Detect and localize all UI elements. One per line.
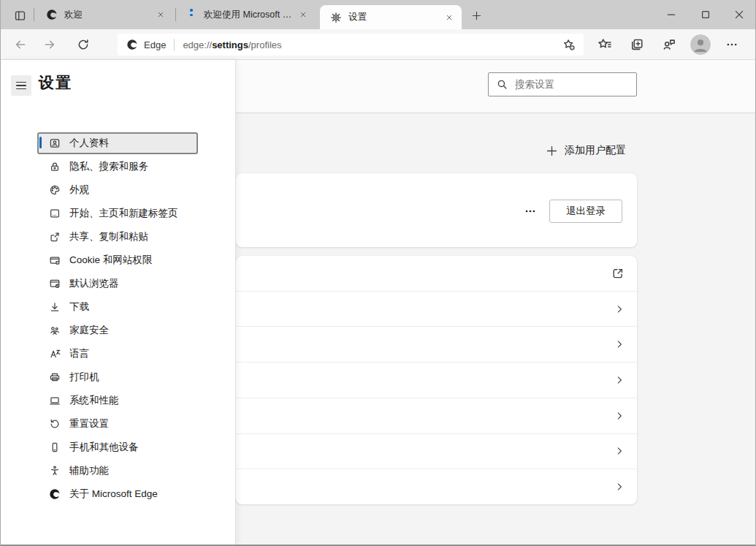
tab-close-icon[interactable] (154, 8, 167, 21)
search-icon (496, 78, 508, 91)
list-row[interactable] (236, 363, 637, 398)
tab-title: 设置 (348, 11, 367, 23)
gear-icon (330, 12, 342, 23)
edge-browser-window: { "tabs": [ { "title": "欢迎" }, { "title"… (0, 0, 756, 546)
sidebar-item-phone-devices[interactable]: 手机和其他设备 (1, 436, 235, 459)
tab-welcome[interactable]: 欢迎 (36, 0, 175, 29)
external-link-icon (611, 267, 625, 280)
url-text: edge://settings/profiles (183, 39, 281, 50)
sidebar-item-reset-settings[interactable]: 重置设置 (1, 412, 235, 436)
sign-out-button[interactable]: 退出登录 (549, 200, 622, 223)
add-profile-button[interactable]: 添加用户配置 (546, 143, 626, 159)
sidebar-item-default-browser[interactable]: 默认浏览器 (1, 272, 235, 295)
back-icon[interactable] (11, 35, 30, 54)
tab-strip: 欢迎 欢迎使用 Microsoft Edg 设置 (1, 0, 755, 29)
favorites-icon[interactable] (595, 35, 614, 54)
tab-title: 欢迎 (64, 9, 83, 21)
person-chat-icon[interactable] (660, 35, 679, 54)
sidebar-item-privacy[interactable]: 隐私、搜索和服务 (1, 155, 235, 178)
sidebar-item-appearance[interactable]: 外观 (1, 178, 235, 202)
settings-page: 添加用户配置 退出登录 (1, 60, 755, 545)
tab-close-icon[interactable] (443, 11, 456, 24)
sync-row[interactable] (236, 256, 637, 292)
chevron-right-icon (614, 446, 625, 456)
window-minimize-button[interactable] (654, 0, 688, 29)
tab-separator (34, 8, 34, 21)
window-maximize-button[interactable] (689, 0, 722, 29)
accessibility-icon (49, 465, 61, 477)
settings-title: 设置 (39, 72, 72, 93)
tab-welcome-to-edge[interactable]: 欢迎使用 Microsoft Edg (178, 0, 317, 29)
profile-card-icon (49, 137, 61, 149)
system-icon (49, 395, 61, 406)
tab-close-icon[interactable] (297, 8, 310, 21)
edge-logo-icon (126, 39, 138, 50)
settings-menu-ellipsis-icon[interactable] (722, 35, 741, 54)
sidebar-item-accessibility[interactable]: 辅助功能 (1, 459, 235, 482)
sidebar-item-downloads[interactable]: 下载 (1, 295, 235, 319)
profile-more-options-icon[interactable] (517, 200, 543, 222)
chevron-right-icon (614, 411, 625, 421)
sidebar-item-languages[interactable]: 语言 (1, 342, 235, 365)
palette-icon (49, 184, 61, 196)
edge-logo-icon (46, 9, 58, 20)
lock-icon (49, 161, 61, 172)
menu-hamburger-icon[interactable] (11, 75, 31, 96)
profile-settings-list (236, 256, 637, 504)
sidebar-item-share-copy-paste[interactable]: 共享、复制和粘贴 (1, 225, 235, 249)
settings-search-input[interactable] (515, 79, 630, 90)
chevron-right-icon (614, 375, 625, 385)
tab-title: 欢迎使用 Microsoft Edg (204, 9, 297, 21)
default-browser-icon (49, 278, 61, 289)
reset-icon (49, 418, 61, 430)
download-icon (49, 301, 61, 313)
share-icon (49, 231, 61, 243)
phone-icon (49, 441, 61, 453)
list-row[interactable] (236, 434, 637, 470)
sidebar-item-system-performance[interactable]: 系统和性能 (1, 389, 235, 412)
start-page-icon (49, 208, 61, 219)
language-icon (49, 348, 61, 360)
settings-search-box[interactable] (488, 72, 637, 96)
sidebar-item-family-safety[interactable]: 家庭安全 (1, 319, 235, 342)
refresh-icon[interactable] (74, 35, 93, 54)
tab-actions-menu-icon[interactable] (9, 7, 30, 23)
browser-toolbar: Edge edge://settings/profiles (1, 29, 755, 60)
site-chip-label: Edge (144, 39, 166, 50)
sidebar-item-profiles[interactable]: 个人资料 (1, 132, 235, 155)
address-bar[interactable]: Edge edge://settings/profiles (118, 34, 584, 56)
profile-card: 退出登录 (236, 173, 637, 247)
settings-sidebar: 设置 个人资料 隐私、搜索和服务 外观 (1, 60, 236, 545)
list-row[interactable] (236, 469, 637, 504)
sidebar-item-about-edge[interactable]: 关于 Microsoft Edge (1, 482, 235, 506)
sidebar-item-printers[interactable]: 打印机 (1, 365, 235, 389)
settings-nav: 个人资料 隐私、搜索和服务 外观 开始、主页和新建标签页 (1, 132, 235, 506)
loading-dots-favicon-icon (186, 9, 197, 20)
list-row[interactable] (236, 327, 637, 363)
window-close-button[interactable] (722, 0, 756, 29)
plus-icon (546, 145, 558, 157)
window-bottom-border (1, 545, 755, 545)
tab-separator (175, 8, 176, 21)
add-profile-label: 添加用户配置 (565, 144, 626, 157)
sidebar-item-cookies-permissions[interactable]: Cookie 和网站权限 (1, 249, 235, 272)
sidebar-item-start-home[interactable]: 开始、主页和新建标签页 (1, 202, 235, 225)
collections-icon[interactable] (627, 35, 646, 54)
profile-avatar[interactable] (690, 34, 711, 55)
tab-settings-active[interactable]: 设置 (320, 5, 462, 29)
list-row[interactable] (236, 398, 637, 434)
new-tab-button[interactable] (468, 7, 484, 23)
family-icon (49, 325, 61, 336)
cookie-permissions-icon (49, 254, 61, 266)
forward-icon[interactable] (40, 35, 59, 54)
edge-logo-icon (49, 488, 61, 500)
address-divider (174, 39, 175, 50)
add-favorite-icon[interactable] (560, 36, 578, 53)
printer-icon (49, 371, 61, 383)
list-row[interactable] (236, 292, 637, 327)
chevron-right-icon (614, 304, 625, 314)
chevron-right-icon (614, 482, 625, 492)
chevron-right-icon (614, 339, 625, 349)
